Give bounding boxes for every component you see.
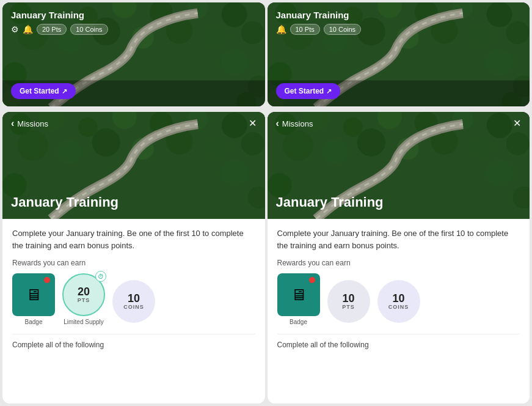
complete-label-right: Complete all of the following bbox=[277, 334, 520, 349]
chevron-left-icon-right: ‹ bbox=[276, 118, 279, 129]
reward-coins-right: 10 COINS bbox=[377, 280, 420, 325]
arrow-icon-right: ↗ bbox=[326, 87, 332, 95]
bell-icon-right: 🔔 bbox=[276, 24, 286, 34]
rewards-row-right: 🖥 Badge 10 PTS 10 COINS bbox=[277, 273, 520, 325]
panel-left-desc: Complete your January training. Be one o… bbox=[12, 227, 255, 251]
get-started-button-right[interactable]: Get Started ↗ bbox=[276, 83, 341, 99]
detail-panel-right: ‹ Missions ✕ January Training Complete y… bbox=[268, 112, 530, 404]
chevron-left-icon: ‹ bbox=[11, 118, 14, 129]
mission-card-left: January Training ⚙ 🔔 20 Pts 10 Coins Get… bbox=[2, 2, 265, 106]
rewards-label-right: Rewards you can earn bbox=[277, 259, 520, 267]
gear-icon: ⚙ bbox=[11, 24, 19, 34]
panel-left-title: January Training bbox=[11, 194, 257, 210]
reward-pts-left: ⏱ 20 PTS Limited Supply bbox=[62, 273, 105, 325]
complete-label-left: Complete all of the following bbox=[12, 334, 255, 349]
card-right-title: January Training bbox=[276, 10, 522, 20]
get-started-button-left[interactable]: Get Started ↗ bbox=[11, 83, 76, 99]
pts-badge-left: 20 Pts bbox=[37, 24, 67, 35]
rewards-label-left: Rewards you can earn bbox=[12, 259, 255, 267]
rewards-row-left: 🖥 Badge ⏱ 20 PTS Limited Supply 10 COINS bbox=[12, 273, 255, 325]
reward-coins-left: 10 COINS bbox=[112, 280, 155, 325]
mission-card-right: January Training 🔔 10 Pts 10 Coins Get S… bbox=[268, 2, 530, 106]
reward-badge-right: 🖥 Badge bbox=[277, 273, 320, 325]
panel-right-title: January Training bbox=[276, 194, 522, 210]
limited-icon-left: ⏱ bbox=[95, 271, 106, 282]
panel-right-desc: Complete your January training. Be one o… bbox=[277, 227, 520, 251]
card-left-title: January Training bbox=[11, 10, 257, 20]
reward-badge-left: 🖥 Badge bbox=[12, 273, 55, 325]
bell-icon: 🔔 bbox=[23, 24, 33, 34]
close-button-left[interactable]: ✕ bbox=[249, 119, 257, 128]
close-button-right[interactable]: ✕ bbox=[513, 119, 521, 128]
badge-caption-left: Badge bbox=[25, 319, 43, 325]
back-button-right[interactable]: ‹ Missions bbox=[276, 118, 313, 129]
coins-badge-left: 10 Coins bbox=[70, 24, 107, 35]
detail-panel-left: ‹ Missions ✕ January Training Complete y… bbox=[2, 112, 265, 404]
reward-pts-right: 10 PTS bbox=[327, 280, 370, 325]
arrow-icon: ↗ bbox=[62, 87, 67, 95]
pts-badge-right: 10 Pts bbox=[290, 24, 320, 35]
coins-badge-right: 10 Coins bbox=[324, 24, 361, 35]
badge-caption-right: Badge bbox=[290, 319, 307, 325]
back-button-left[interactable]: ‹ Missions bbox=[11, 118, 48, 129]
pts-caption-left: Limited Supply bbox=[64, 319, 104, 325]
